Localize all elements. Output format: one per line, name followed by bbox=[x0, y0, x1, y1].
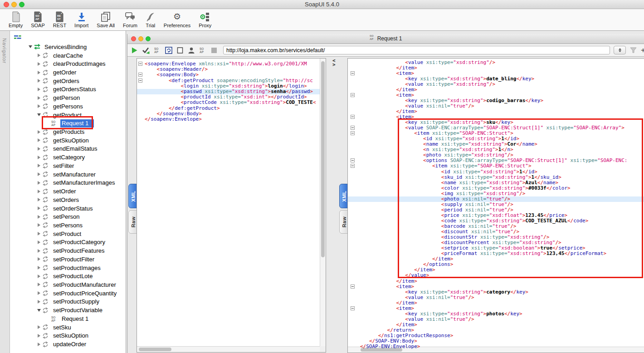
tree-item-setproductfeatures[interactable]: setProductFeatures bbox=[10, 246, 126, 255]
tree-item-label[interactable]: setProductFilter bbox=[52, 256, 96, 263]
code-line[interactable]: </soapenv:Envelope> bbox=[145, 117, 202, 122]
expander-closed-icon[interactable] bbox=[36, 104, 42, 108]
tree-item-setorders[interactable]: setOrders bbox=[10, 196, 126, 204]
expander-closed-icon[interactable] bbox=[36, 257, 42, 261]
expander-closed-icon[interactable] bbox=[36, 232, 42, 235]
close-window-button[interactable] bbox=[4, 2, 9, 7]
toolbar-button-trial[interactable]: Trial bbox=[141, 11, 160, 28]
expander-closed-icon[interactable] bbox=[36, 198, 42, 201]
endpoint-stepper[interactable] bbox=[614, 46, 626, 54]
tree-item-label[interactable]: getOrders bbox=[52, 78, 81, 84]
tree-item-label[interactable]: getOrdersStatus bbox=[52, 86, 98, 93]
tree-item-setcategory[interactable]: setCategory bbox=[10, 153, 126, 162]
fold-collapse-icon[interactable] bbox=[138, 78, 142, 83]
tree-item-label[interactable]: Request 1 bbox=[60, 119, 94, 127]
expander-closed-icon[interactable] bbox=[36, 266, 42, 270]
tree-item-clearproductimages[interactable]: clearProductImages bbox=[10, 59, 126, 68]
tree-item-label[interactable]: getProduct bbox=[52, 112, 83, 118]
code-line[interactable]: </value> bbox=[360, 273, 429, 278]
tree-item-getskuoption[interactable]: getSkuOption bbox=[10, 136, 126, 145]
expander-closed-icon[interactable] bbox=[36, 88, 42, 91]
fold-collapse-icon[interactable] bbox=[351, 284, 355, 289]
splitter[interactable]: < > bbox=[332, 59, 336, 67]
add-endpoint-icon[interactable]: + bbox=[641, 46, 644, 55]
tree-item-label[interactable]: getSkuOption bbox=[52, 137, 90, 144]
tree-item-getproducts[interactable]: getProducts bbox=[10, 127, 126, 136]
fold-collapse-icon[interactable] bbox=[138, 62, 142, 66]
tree-item-label[interactable]: setProductFeatures bbox=[52, 247, 106, 254]
expander-closed-icon[interactable] bbox=[36, 206, 42, 210]
request-minimize-button[interactable] bbox=[138, 36, 143, 41]
tree-item-getproduct[interactable]: getProduct bbox=[10, 111, 126, 119]
fold-collapse-icon[interactable] bbox=[351, 115, 355, 119]
expander-closed-icon[interactable] bbox=[36, 156, 42, 159]
zoom-window-button[interactable] bbox=[19, 2, 24, 7]
tree-item-setproductfilter[interactable]: setProductFilter bbox=[10, 255, 126, 264]
edit-endpoint-icon[interactable] bbox=[629, 46, 637, 54]
code-line[interactable]: <value xsi:type="xsd:string"/> bbox=[360, 60, 495, 65]
create-empty-icon[interactable] bbox=[176, 46, 184, 54]
tree-item-getorders[interactable]: getOrders bbox=[10, 77, 126, 85]
run-icon[interactable] bbox=[131, 46, 138, 54]
tree-item-label[interactable]: setProduct bbox=[52, 230, 83, 237]
soap-action-icon[interactable]: SOAP bbox=[153, 46, 161, 54]
tree-item-getorder[interactable]: getOrder bbox=[10, 68, 126, 77]
tree-item-setfilter[interactable]: setFilter bbox=[10, 162, 126, 170]
tree-item-label[interactable]: clearCache bbox=[52, 52, 84, 59]
tree-item-setproductimages[interactable]: setProductImages bbox=[10, 264, 126, 272]
tree-item-label[interactable]: Request 1 bbox=[60, 315, 90, 322]
expander-closed-icon[interactable] bbox=[36, 275, 42, 278]
expander-closed-icon[interactable] bbox=[36, 181, 42, 185]
tree-item-servicesbinding[interactable]: ServicesBinding bbox=[10, 43, 126, 51]
tree-item-setpersons[interactable]: setPersons bbox=[10, 221, 126, 230]
tree-item-label[interactable]: setSku bbox=[52, 324, 73, 331]
expander-closed-icon[interactable] bbox=[36, 249, 42, 253]
fold-collapse-icon[interactable] bbox=[138, 73, 142, 77]
tree-item-label[interactable]: getOrder bbox=[52, 69, 78, 76]
tree-item-setmanufacturerimages[interactable]: setManufacturerImages bbox=[10, 179, 126, 187]
tree-item-label[interactable]: setManufacturerImages bbox=[52, 179, 117, 186]
tree-item-label[interactable]: setSkuOption bbox=[52, 332, 90, 339]
expander-closed-icon[interactable] bbox=[36, 96, 42, 100]
tree-options-icon[interactable] bbox=[14, 34, 21, 41]
expander-closed-icon[interactable] bbox=[36, 147, 42, 151]
tree-item-setperson[interactable]: setPerson bbox=[10, 212, 126, 221]
expander-closed-icon[interactable] bbox=[36, 164, 42, 167]
request-xml-editor[interactable]: <soapenv:Envelope xmlns:xsi="http://www.… bbox=[137, 58, 326, 353]
tree-item-setproductvariable[interactable]: setProductVariable bbox=[10, 306, 126, 314]
auth-icon[interactable] bbox=[187, 46, 195, 54]
tree-item-label[interactable]: setProductPriceQuantity bbox=[52, 290, 118, 297]
toolbar-button-empty[interactable]: *Empty bbox=[5, 11, 27, 28]
expander-closed-icon[interactable] bbox=[36, 334, 42, 338]
tree-item-label[interactable]: setProductImages bbox=[52, 265, 102, 271]
tree-item-label[interactable]: setPersons bbox=[52, 222, 84, 229]
tree-item-clearcache[interactable]: clearCache bbox=[10, 51, 126, 60]
toolbar-button-preferences[interactable]: ⚙Preferences bbox=[160, 11, 195, 28]
request-titlebar[interactable]: SOAP Request 1 bbox=[127, 34, 644, 44]
tree-item-label[interactable]: setOrders bbox=[52, 196, 80, 203]
recreate-request-icon[interactable] bbox=[165, 46, 172, 54]
tree-item-setsku[interactable]: setSku bbox=[10, 323, 126, 332]
toolbar-button-forum[interactable]: Forum bbox=[119, 11, 141, 28]
toolbar-button-proxy[interactable]: Proxy bbox=[195, 11, 215, 28]
tree-item-label[interactable]: getPersons bbox=[52, 103, 84, 110]
tree-item-setproduct[interactable]: setProduct bbox=[10, 230, 126, 238]
expander-closed-icon[interactable] bbox=[36, 138, 42, 142]
fold-collapse-icon[interactable] bbox=[351, 306, 355, 310]
toolbar-button-save-all[interactable]: Save All bbox=[93, 11, 119, 28]
tree-item-setmanufacturer[interactable]: setManufacturer bbox=[10, 170, 126, 179]
tree-item-label[interactable]: ServicesBinding bbox=[43, 44, 88, 50]
expander-open-icon[interactable] bbox=[36, 309, 42, 312]
tree-item-label[interactable]: setOrderStatus bbox=[52, 205, 94, 212]
expander-closed-icon[interactable] bbox=[36, 172, 42, 176]
fold-collapse-icon[interactable] bbox=[351, 164, 355, 168]
tree-item-label[interactable]: updateOrder bbox=[52, 341, 88, 348]
expander-open-icon[interactable] bbox=[36, 113, 42, 116]
tree-item-label[interactable]: setProductSupply bbox=[52, 298, 101, 305]
tree-item-label[interactable]: setOrder bbox=[52, 188, 78, 195]
tree-item-label[interactable]: setCategory bbox=[52, 154, 86, 161]
endpoint-url-input[interactable] bbox=[223, 46, 610, 54]
tree-item-label[interactable]: getPerson bbox=[52, 94, 81, 101]
collapse-right-icon[interactable]: > bbox=[332, 63, 336, 67]
code-line[interactable]: </SOAP-ENV:Envelope> bbox=[360, 344, 420, 349]
